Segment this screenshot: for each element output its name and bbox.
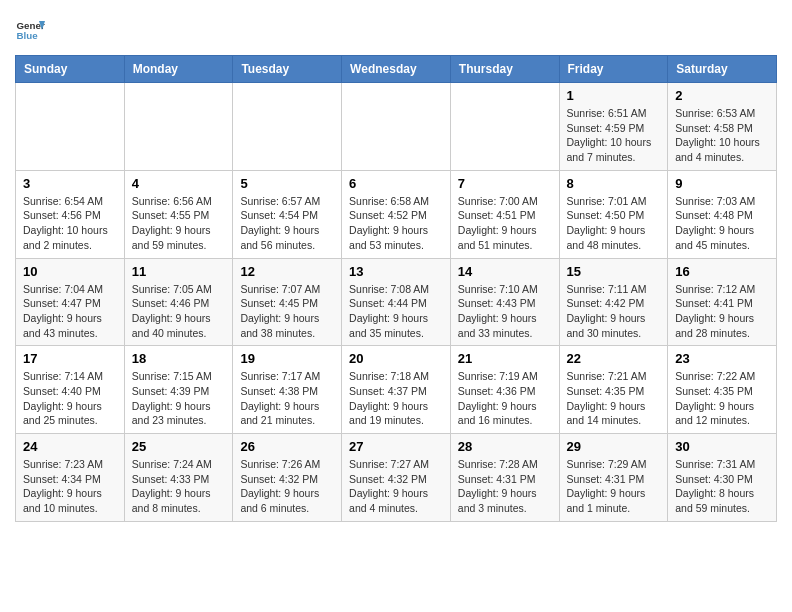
calendar-cell: 19Sunrise: 7:17 AM Sunset: 4:38 PM Dayli… <box>233 346 342 434</box>
col-header-tuesday: Tuesday <box>233 56 342 83</box>
day-info: Sunrise: 7:21 AM Sunset: 4:35 PM Dayligh… <box>567 369 661 428</box>
calendar-cell: 17Sunrise: 7:14 AM Sunset: 4:40 PM Dayli… <box>16 346 125 434</box>
day-number: 12 <box>240 264 334 279</box>
day-info: Sunrise: 7:15 AM Sunset: 4:39 PM Dayligh… <box>132 369 226 428</box>
calendar-cell <box>450 83 559 171</box>
calendar-cell <box>124 83 233 171</box>
day-number: 28 <box>458 439 552 454</box>
calendar-cell: 16Sunrise: 7:12 AM Sunset: 4:41 PM Dayli… <box>668 258 777 346</box>
day-info: Sunrise: 6:58 AM Sunset: 4:52 PM Dayligh… <box>349 194 443 253</box>
day-info: Sunrise: 7:00 AM Sunset: 4:51 PM Dayligh… <box>458 194 552 253</box>
day-info: Sunrise: 7:19 AM Sunset: 4:36 PM Dayligh… <box>458 369 552 428</box>
calendar-cell: 2Sunrise: 6:53 AM Sunset: 4:58 PM Daylig… <box>668 83 777 171</box>
calendar-cell: 8Sunrise: 7:01 AM Sunset: 4:50 PM Daylig… <box>559 170 668 258</box>
day-number: 21 <box>458 351 552 366</box>
calendar-cell: 28Sunrise: 7:28 AM Sunset: 4:31 PM Dayli… <box>450 434 559 522</box>
day-info: Sunrise: 7:17 AM Sunset: 4:38 PM Dayligh… <box>240 369 334 428</box>
day-number: 3 <box>23 176 117 191</box>
calendar-cell <box>16 83 125 171</box>
calendar-cell: 25Sunrise: 7:24 AM Sunset: 4:33 PM Dayli… <box>124 434 233 522</box>
day-info: Sunrise: 7:29 AM Sunset: 4:31 PM Dayligh… <box>567 457 661 516</box>
col-header-sunday: Sunday <box>16 56 125 83</box>
day-number: 10 <box>23 264 117 279</box>
day-number: 19 <box>240 351 334 366</box>
day-info: Sunrise: 7:18 AM Sunset: 4:37 PM Dayligh… <box>349 369 443 428</box>
day-info: Sunrise: 6:56 AM Sunset: 4:55 PM Dayligh… <box>132 194 226 253</box>
day-number: 6 <box>349 176 443 191</box>
day-info: Sunrise: 7:08 AM Sunset: 4:44 PM Dayligh… <box>349 282 443 341</box>
day-info: Sunrise: 7:11 AM Sunset: 4:42 PM Dayligh… <box>567 282 661 341</box>
day-info: Sunrise: 7:31 AM Sunset: 4:30 PM Dayligh… <box>675 457 769 516</box>
day-info: Sunrise: 6:57 AM Sunset: 4:54 PM Dayligh… <box>240 194 334 253</box>
calendar-cell: 29Sunrise: 7:29 AM Sunset: 4:31 PM Dayli… <box>559 434 668 522</box>
calendar-cell: 3Sunrise: 6:54 AM Sunset: 4:56 PM Daylig… <box>16 170 125 258</box>
calendar-cell: 11Sunrise: 7:05 AM Sunset: 4:46 PM Dayli… <box>124 258 233 346</box>
calendar-cell: 22Sunrise: 7:21 AM Sunset: 4:35 PM Dayli… <box>559 346 668 434</box>
day-number: 20 <box>349 351 443 366</box>
day-number: 16 <box>675 264 769 279</box>
day-info: Sunrise: 7:23 AM Sunset: 4:34 PM Dayligh… <box>23 457 117 516</box>
col-header-wednesday: Wednesday <box>342 56 451 83</box>
day-number: 17 <box>23 351 117 366</box>
calendar-cell: 30Sunrise: 7:31 AM Sunset: 4:30 PM Dayli… <box>668 434 777 522</box>
day-number: 13 <box>349 264 443 279</box>
day-number: 29 <box>567 439 661 454</box>
day-info: Sunrise: 7:27 AM Sunset: 4:32 PM Dayligh… <box>349 457 443 516</box>
day-info: Sunrise: 7:12 AM Sunset: 4:41 PM Dayligh… <box>675 282 769 341</box>
calendar-cell: 9Sunrise: 7:03 AM Sunset: 4:48 PM Daylig… <box>668 170 777 258</box>
day-number: 5 <box>240 176 334 191</box>
col-header-monday: Monday <box>124 56 233 83</box>
day-info: Sunrise: 7:24 AM Sunset: 4:33 PM Dayligh… <box>132 457 226 516</box>
day-info: Sunrise: 7:28 AM Sunset: 4:31 PM Dayligh… <box>458 457 552 516</box>
calendar-cell: 24Sunrise: 7:23 AM Sunset: 4:34 PM Dayli… <box>16 434 125 522</box>
day-info: Sunrise: 6:51 AM Sunset: 4:59 PM Dayligh… <box>567 106 661 165</box>
col-header-saturday: Saturday <box>668 56 777 83</box>
calendar-cell: 1Sunrise: 6:51 AM Sunset: 4:59 PM Daylig… <box>559 83 668 171</box>
day-number: 26 <box>240 439 334 454</box>
calendar-cell: 4Sunrise: 6:56 AM Sunset: 4:55 PM Daylig… <box>124 170 233 258</box>
day-number: 14 <box>458 264 552 279</box>
day-number: 9 <box>675 176 769 191</box>
calendar-cell: 6Sunrise: 6:58 AM Sunset: 4:52 PM Daylig… <box>342 170 451 258</box>
day-info: Sunrise: 7:01 AM Sunset: 4:50 PM Dayligh… <box>567 194 661 253</box>
day-info: Sunrise: 7:03 AM Sunset: 4:48 PM Dayligh… <box>675 194 769 253</box>
logo-icon: General Blue <box>15 15 45 45</box>
calendar-cell: 26Sunrise: 7:26 AM Sunset: 4:32 PM Dayli… <box>233 434 342 522</box>
calendar-cell: 23Sunrise: 7:22 AM Sunset: 4:35 PM Dayli… <box>668 346 777 434</box>
calendar-cell: 14Sunrise: 7:10 AM Sunset: 4:43 PM Dayli… <box>450 258 559 346</box>
svg-text:Blue: Blue <box>17 30 39 41</box>
day-number: 11 <box>132 264 226 279</box>
day-info: Sunrise: 7:26 AM Sunset: 4:32 PM Dayligh… <box>240 457 334 516</box>
logo: General Blue <box>15 15 45 45</box>
col-header-thursday: Thursday <box>450 56 559 83</box>
calendar-cell: 21Sunrise: 7:19 AM Sunset: 4:36 PM Dayli… <box>450 346 559 434</box>
day-info: Sunrise: 7:05 AM Sunset: 4:46 PM Dayligh… <box>132 282 226 341</box>
day-number: 24 <box>23 439 117 454</box>
day-number: 18 <box>132 351 226 366</box>
page-header: General Blue <box>15 15 777 45</box>
day-number: 22 <box>567 351 661 366</box>
calendar-cell: 18Sunrise: 7:15 AM Sunset: 4:39 PM Dayli… <box>124 346 233 434</box>
day-info: Sunrise: 7:07 AM Sunset: 4:45 PM Dayligh… <box>240 282 334 341</box>
day-number: 4 <box>132 176 226 191</box>
calendar-cell: 5Sunrise: 6:57 AM Sunset: 4:54 PM Daylig… <box>233 170 342 258</box>
day-number: 23 <box>675 351 769 366</box>
day-info: Sunrise: 7:10 AM Sunset: 4:43 PM Dayligh… <box>458 282 552 341</box>
calendar-cell: 20Sunrise: 7:18 AM Sunset: 4:37 PM Dayli… <box>342 346 451 434</box>
calendar-table: SundayMondayTuesdayWednesdayThursdayFrid… <box>15 55 777 522</box>
day-info: Sunrise: 6:53 AM Sunset: 4:58 PM Dayligh… <box>675 106 769 165</box>
calendar-cell: 7Sunrise: 7:00 AM Sunset: 4:51 PM Daylig… <box>450 170 559 258</box>
calendar-cell <box>233 83 342 171</box>
day-info: Sunrise: 7:04 AM Sunset: 4:47 PM Dayligh… <box>23 282 117 341</box>
calendar-cell: 13Sunrise: 7:08 AM Sunset: 4:44 PM Dayli… <box>342 258 451 346</box>
calendar-cell <box>342 83 451 171</box>
day-info: Sunrise: 7:14 AM Sunset: 4:40 PM Dayligh… <box>23 369 117 428</box>
day-number: 30 <box>675 439 769 454</box>
day-info: Sunrise: 7:22 AM Sunset: 4:35 PM Dayligh… <box>675 369 769 428</box>
calendar-cell: 12Sunrise: 7:07 AM Sunset: 4:45 PM Dayli… <box>233 258 342 346</box>
calendar-cell: 15Sunrise: 7:11 AM Sunset: 4:42 PM Dayli… <box>559 258 668 346</box>
day-number: 7 <box>458 176 552 191</box>
day-number: 15 <box>567 264 661 279</box>
col-header-friday: Friday <box>559 56 668 83</box>
day-number: 8 <box>567 176 661 191</box>
